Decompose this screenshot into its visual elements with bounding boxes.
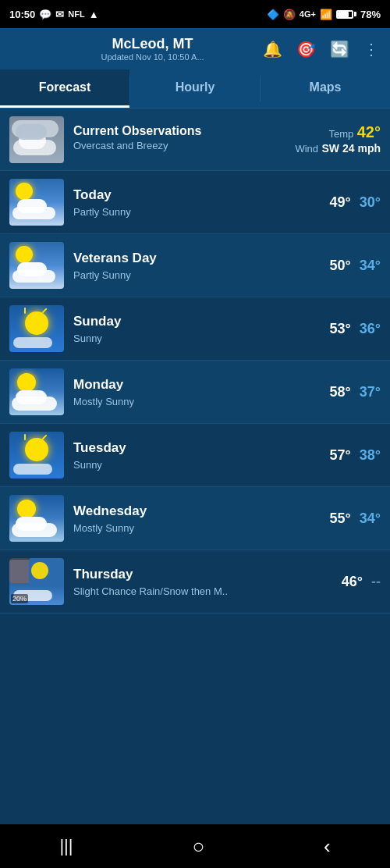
bottom-spacer <box>0 614 390 668</box>
temp-low: 37° <box>360 384 381 400</box>
location-info: McLeod, MT Updated Nov 10, 10:50 A... <box>42 36 263 62</box>
temp-high: 50° <box>330 258 351 273</box>
forecast-description: Slight Chance Rain/Snow then M.. <box>73 585 342 597</box>
forecast-info: Wednesday Mostly Sunny <box>73 503 330 534</box>
forecast-row[interactable]: Monday Mostly Sunny 58° 37° <box>0 361 390 424</box>
notification-bell-icon[interactable]: 🔔 <box>263 40 282 59</box>
forecast-temps: 49° 30° <box>330 194 381 211</box>
temp-label: Temp <box>329 128 354 140</box>
forecast-info: Veterans Day Partly Sunny <box>73 251 330 281</box>
forecast-row[interactable]: Tuesday Sunny 57° 38° <box>0 424 390 487</box>
forecast-image <box>9 495 64 542</box>
forecast-description: Partly Sunny <box>73 206 330 218</box>
forecast-row[interactable]: Wednesday Mostly Sunny 55° 34° <box>0 487 390 550</box>
city-name: McLeod, MT <box>42 36 263 52</box>
time: 10:50 <box>9 9 35 20</box>
temp-high: 58° <box>330 384 351 400</box>
wind-value: SW 24 mph <box>322 142 381 155</box>
forecast-description: Partly Sunny <box>73 269 330 281</box>
signal-icon: ▲ <box>89 9 99 20</box>
temp-low: 34° <box>360 510 381 526</box>
forecast-day: Veterans Day <box>73 251 330 266</box>
forecast-day: Sunday <box>73 314 330 329</box>
forecast-description: Mostly Sunny <box>73 522 330 534</box>
temp-high: 49° <box>330 194 351 210</box>
current-obs-temps: Temp 42° Wind SW 24 mph <box>295 123 381 155</box>
update-time: Updated Nov 10, 10:50 A... <box>42 52 263 62</box>
tab-maps[interactable]: Maps <box>261 69 390 108</box>
forecast-info: Sunday Sunny <box>73 314 330 344</box>
forecast-temps: 53° 36° <box>330 321 381 337</box>
forecast-temps: 55° 34° <box>330 510 381 527</box>
forecast-temps: 46° -- <box>342 574 381 590</box>
bottom-navigation: ||| ○ ‹ <box>0 824 390 868</box>
refresh-icon[interactable]: 🔄 <box>330 40 349 59</box>
temp-high: 55° <box>330 510 351 526</box>
forecast-image <box>9 432 64 478</box>
current-obs-desc: Overcast and Breezy <box>73 140 295 151</box>
forecast-day: Tuesday <box>73 440 330 456</box>
nav-back[interactable]: ‹ <box>324 834 331 859</box>
tab-hourly[interactable]: Hourly <box>130 69 260 108</box>
current-obs-image <box>9 116 64 163</box>
bt-icon: 🔷 <box>267 9 279 20</box>
forecast-row[interactable]: 20% Thursday Slight Chance Rain/Snow the… <box>0 550 390 614</box>
tab-forecast[interactable]: Forecast <box>0 69 129 108</box>
status-left: 10:50 💬 ✉ NFL ▲ <box>9 9 99 20</box>
location-icon[interactable]: 🎯 <box>296 40 316 59</box>
forecast-description: Sunny <box>73 459 330 471</box>
msg-icon: 💬 <box>39 9 51 20</box>
nfl-icon: NFL <box>68 9 84 19</box>
forecast-list: Today Partly Sunny 49° 30° Veterans Day … <box>0 171 390 614</box>
forecast-image <box>9 368 64 415</box>
forecast-temps: 50° 34° <box>330 258 381 274</box>
temp-value: 42° <box>357 123 381 141</box>
nav-recent-apps[interactable]: ||| <box>59 836 73 856</box>
signal-bars: 📶 <box>320 9 332 20</box>
forecast-info: Thursday Slight Chance Rain/Snow then M.… <box>73 567 342 597</box>
forecast-row[interactable]: Today Partly Sunny 49° 30° <box>0 171 390 234</box>
forecast-temps: 58° 37° <box>330 384 381 400</box>
current-wind-line: Wind SW 24 mph <box>295 141 381 155</box>
forecast-info: Tuesday Sunny <box>73 440 330 471</box>
forecast-info: Today Partly Sunny <box>73 187 330 218</box>
email-icon: ✉ <box>55 9 64 20</box>
temp-low: -- <box>371 574 381 589</box>
battery-indicator <box>336 10 356 19</box>
network-label: 4G+ <box>300 9 316 19</box>
forecast-description: Sunny <box>73 333 330 344</box>
temp-low: 34° <box>360 258 381 273</box>
temp-high: 46° <box>342 574 363 589</box>
current-temp-line: Temp 42° <box>295 123 381 141</box>
nav-home[interactable]: ○ <box>192 834 204 859</box>
header-icons: 🔔 🎯 🔄 ⋮ <box>263 40 379 59</box>
forecast-day: Today <box>73 187 330 203</box>
forecast-row[interactable]: Veterans Day Partly Sunny 50° 34° <box>0 234 390 297</box>
app-header: McLeod, MT Updated Nov 10, 10:50 A... 🔔 … <box>0 28 390 69</box>
mute-icon: 🔕 <box>283 9 296 20</box>
battery-pct: 78% <box>360 9 381 20</box>
current-obs-info: Current Observations Overcast and Breezy <box>73 124 295 155</box>
forecast-image <box>9 305 64 352</box>
forecast-temps: 57° 38° <box>330 447 381 464</box>
forecast-image <box>9 179 64 226</box>
forecast-row[interactable]: Sunday Sunny 53° 36° <box>0 297 390 361</box>
forecast-image: 20% <box>9 558 64 605</box>
more-options-icon[interactable]: ⋮ <box>363 40 379 59</box>
status-right: 🔷 🔕 4G+ 📶 78% <box>267 9 381 20</box>
forecast-image <box>9 242 64 289</box>
temp-low: 38° <box>360 447 381 463</box>
forecast-description: Mostly Sunny <box>73 396 330 407</box>
status-bar: 10:50 💬 ✉ NFL ▲ 🔷 🔕 4G+ 📶 78% <box>0 0 390 28</box>
temp-high: 53° <box>330 321 351 336</box>
rain-percent: 20% <box>11 594 28 603</box>
tab-bar: Forecast Hourly Maps <box>0 69 390 108</box>
temp-high: 57° <box>330 447 351 463</box>
forecast-day: Monday <box>73 377 330 393</box>
forecast-day: Thursday <box>73 567 342 582</box>
temp-low: 30° <box>360 194 381 210</box>
wind-label: Wind <box>295 143 318 155</box>
temp-low: 36° <box>360 321 381 336</box>
current-observations-row: Current Observations Overcast and Breezy… <box>0 108 390 171</box>
current-obs-title: Current Observations <box>73 124 295 138</box>
